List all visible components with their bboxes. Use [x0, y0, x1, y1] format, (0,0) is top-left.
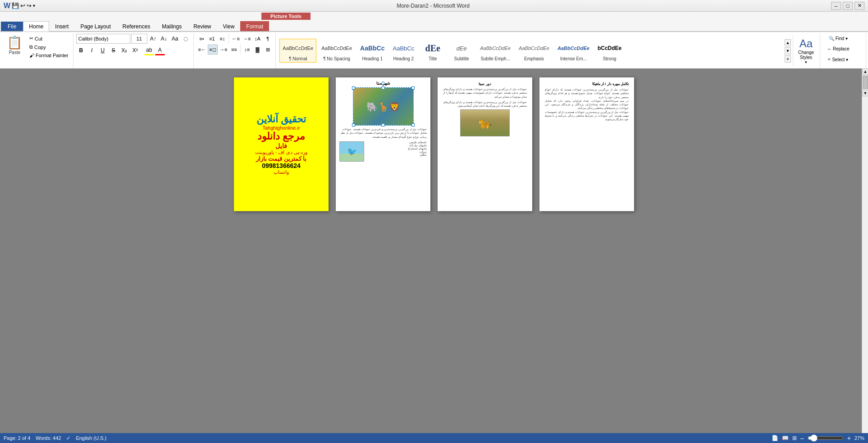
language[interactable]: English (U.S.): [76, 435, 106, 441]
style-no-spacing[interactable]: AaBbCcDdEe ¶ No Spacing: [318, 39, 355, 63]
align-left-button[interactable]: ≡←: [196, 45, 207, 54]
justify-button[interactable]: ≡≡: [229, 45, 239, 54]
style-subtle-emphasis[interactable]: AaBbCcDdEe Subtle Emph...: [477, 39, 514, 63]
styles-scroll-up[interactable]: ▲: [785, 39, 791, 46]
styles-scroll-down[interactable]: ▼: [785, 47, 791, 54]
pages-container: تحقیق آنلاین Tahghighonline.ir مرجع دانل…: [234, 77, 634, 424]
increase-indent-button[interactable]: →≡: [242, 34, 252, 44]
line-spacing-button[interactable]: ↕≡: [242, 45, 252, 54]
scroll-down-arrow[interactable]: ▼: [862, 90, 868, 96]
page1-formats: ورد-پی دی اف - پاورپوینت: [255, 149, 308, 155]
paste-button[interactable]: 📋 Paste: [4, 34, 26, 56]
view-reading-button[interactable]: 📖: [782, 435, 789, 441]
style-intense-emphasis[interactable]: AaBbCcDdEe Intense Em...: [554, 39, 593, 63]
style-subtitle[interactable]: dEe Subtitle: [448, 39, 475, 63]
document-area[interactable]: تحقیق آنلاین Tahghighonline.ir مرجع دانل…: [0, 68, 868, 433]
selection-handle-tl[interactable]: [352, 86, 355, 90]
find-button[interactable]: 🔍 Find ▾: [825, 34, 852, 43]
word-count[interactable]: Words: 442: [36, 435, 61, 441]
select-dropdown-icon: ▾: [846, 57, 848, 62]
page-info[interactable]: Page: 2 of 4: [4, 435, 30, 441]
change-case-button[interactable]: Aa: [170, 34, 180, 44]
tab-home[interactable]: Home: [23, 21, 49, 32]
window-title: More-Daran2 - Microsoft Word: [35, 3, 831, 9]
sort-button[interactable]: ↕A: [252, 34, 262, 44]
close-button[interactable]: ✕: [854, 2, 864, 10]
borders-button[interactable]: ⊞: [263, 45, 273, 54]
vertical-scrollbar[interactable]: ▲ ▼: [862, 68, 868, 433]
selection-handle-bl[interactable]: [352, 123, 355, 127]
copy-button[interactable]: ⧉ Copy: [27, 43, 70, 51]
tab-file[interactable]: File: [1, 22, 23, 31]
align-right-button[interactable]: →≡: [218, 45, 228, 54]
show-formatting-button[interactable]: ¶: [263, 34, 273, 44]
selection-handle-bc[interactable]: [382, 123, 385, 127]
tab-page-layout[interactable]: Page Layout: [74, 21, 116, 31]
decrease-indent-button[interactable]: ←≡: [230, 34, 241, 44]
cut-icon: ✂: [29, 36, 33, 41]
font-shrink-button[interactable]: A↓: [159, 34, 169, 44]
superscript-button[interactable]: X²: [130, 45, 140, 55]
scroll-thumb[interactable]: [863, 76, 868, 89]
select-button[interactable]: ⌗ Select ▾: [824, 54, 852, 64]
style-strong[interactable]: bCcDdEe Strong: [594, 39, 625, 63]
tab-view[interactable]: View: [217, 21, 241, 31]
cut-button[interactable]: ✂ Cut: [27, 35, 70, 42]
style-emphasis[interactable]: AaBbCcDdEe Emphasis: [516, 39, 553, 63]
view-layout-button[interactable]: ⊞: [792, 435, 797, 441]
maximize-button[interactable]: □: [843, 2, 853, 10]
quick-access-toolbar: W 💾 ↩ ↪ ▾: [4, 2, 35, 10]
save-button[interactable]: 💾: [12, 2, 19, 9]
highlight-color-button[interactable]: ab: [144, 45, 154, 55]
font-name-selector[interactable]: [76, 34, 130, 44]
style-no-spacing-preview: AaBbCcDdEe: [321, 40, 352, 56]
shading-button[interactable]: ▓: [252, 45, 262, 54]
underline-button[interactable]: U: [98, 45, 108, 55]
selection-handle-tc[interactable]: [382, 86, 385, 90]
tab-format[interactable]: Format: [240, 21, 269, 31]
zoom-out-button[interactable]: –: [800, 434, 804, 442]
minimize-button[interactable]: –: [831, 2, 841, 10]
selection-handle-br[interactable]: [411, 123, 415, 127]
style-title[interactable]: dEe Title: [419, 39, 446, 63]
subscript-button[interactable]: X₂: [119, 45, 129, 55]
tab-mailings[interactable]: Mailings: [156, 21, 187, 31]
replace-button[interactable]: ↔ Replace: [823, 44, 854, 54]
clear-format-button[interactable]: ◌: [181, 34, 191, 44]
style-heading1[interactable]: AaBbCc Heading 1: [357, 39, 388, 63]
font-color-button[interactable]: A: [155, 45, 165, 55]
strikethrough-button[interactable]: S: [109, 45, 119, 55]
select-label: Select: [832, 57, 845, 62]
tab-insert[interactable]: Insert: [49, 21, 74, 31]
change-styles-button[interactable]: Aa ChangeStyles ▾: [795, 35, 817, 67]
styles-scroll-buttons: ▲ ▼ ≡: [785, 39, 791, 63]
zoom-slider[interactable]: [808, 436, 844, 440]
selection-handle-tr[interactable]: [411, 86, 415, 90]
align-center-button[interactable]: ≡◻: [208, 45, 218, 54]
redo-button[interactable]: ↪: [27, 2, 32, 9]
multilevel-list-button[interactable]: ≡↕: [217, 34, 227, 44]
style-emphasis-label: Emphasis: [524, 56, 544, 61]
format-painter-button[interactable]: 🖌 Format Painter: [27, 52, 70, 59]
tab-review[interactable]: Review: [187, 21, 217, 31]
numbering-button[interactable]: ≡1: [207, 34, 217, 44]
tab-references[interactable]: References: [117, 21, 156, 31]
page2-main-image[interactable]: 🦁🦒🐘: [353, 87, 414, 126]
page1-subtitle: مرجع دانلود: [257, 131, 305, 142]
italic-button[interactable]: I: [87, 45, 97, 55]
style-subtitle-label: Subtitle: [454, 56, 469, 61]
find-icon: 🔍: [829, 36, 834, 41]
scroll-up-arrow[interactable]: ▲: [862, 68, 868, 75]
undo-button[interactable]: ↩: [20, 2, 25, 9]
change-styles-dropdown-icon: ▾: [805, 60, 807, 64]
font-grow-button[interactable]: A↑: [148, 34, 158, 44]
rotation-handle[interactable]: [382, 81, 385, 85]
styles-more-button[interactable]: ≡: [785, 55, 791, 63]
bullets-button[interactable]: ≡•: [196, 34, 206, 44]
zoom-in-button[interactable]: +: [847, 434, 851, 442]
view-normal-button[interactable]: 📄: [772, 435, 778, 441]
style-normal[interactable]: AaBbCcDdEe ¶ Normal: [279, 39, 316, 63]
font-size-selector[interactable]: [131, 34, 147, 44]
style-heading2[interactable]: AaBbCc Heading 2: [390, 39, 418, 63]
bold-button[interactable]: B: [76, 45, 86, 55]
